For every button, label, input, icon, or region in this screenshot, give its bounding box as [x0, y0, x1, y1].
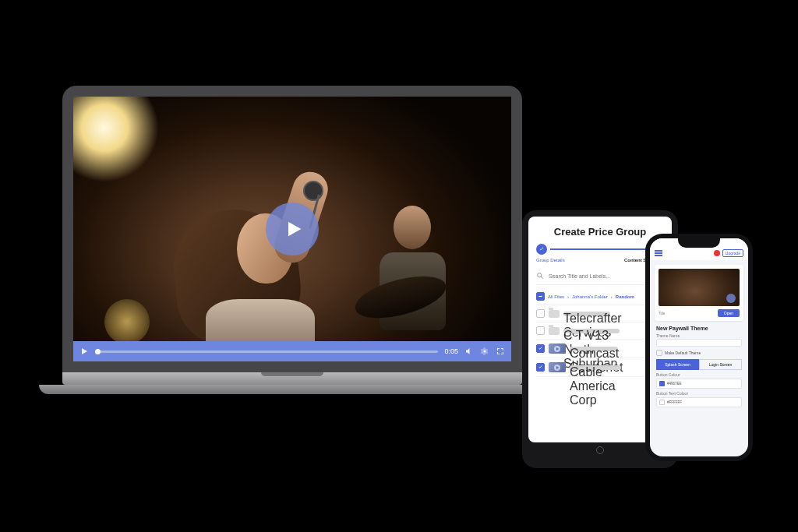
row-checkbox[interactable]	[536, 363, 545, 372]
theme-name-input[interactable]	[656, 339, 742, 347]
row-checkbox[interactable]	[536, 309, 545, 318]
svg-rect-4	[538, 296, 542, 297]
folder-icon	[549, 310, 560, 318]
row-checkbox[interactable]	[536, 344, 545, 353]
select-all-checkbox[interactable]	[536, 292, 545, 301]
crumb-mid[interactable]: Johanna's Folder	[572, 294, 608, 299]
colour-hex: #4967EE	[667, 382, 682, 386]
colour-hex: #FFFFFF	[667, 400, 682, 404]
video-player: 0:05	[73, 97, 511, 361]
button-colour-label: Button Colour	[656, 372, 742, 377]
menu-icon[interactable]	[655, 250, 662, 256]
screen-tabs: Splash Screen Login Screen	[656, 359, 742, 370]
step-1-label: Group Details	[536, 258, 565, 262]
row-label: Telecrafter Services	[563, 312, 610, 316]
guitarist	[369, 206, 455, 338]
laptop-base	[62, 372, 522, 385]
seek-bar[interactable]	[95, 351, 438, 353]
fullscreen-icon[interactable]	[496, 347, 505, 356]
card-title: Title	[659, 312, 665, 315]
crumb-leaf[interactable]: Random	[616, 294, 634, 299]
video-thumbnail	[549, 362, 566, 372]
preview-card: Title Open	[655, 265, 743, 321]
phone-mockup: Upgrade Title Open New Paywall Theme The…	[645, 234, 753, 461]
tablet-home-button[interactable]	[596, 446, 604, 454]
time-elapsed: 0:05	[444, 347, 458, 355]
stage-light	[73, 97, 159, 182]
svg-line-3	[541, 277, 543, 279]
row-label: Comcast Sportsnet	[570, 347, 618, 351]
notification-badge[interactable]	[714, 250, 720, 256]
video-preview[interactable]	[659, 269, 740, 306]
theme-name-label: Theme Name	[656, 333, 742, 338]
open-button[interactable]: Open	[718, 309, 740, 317]
play-button[interactable]	[266, 203, 319, 255]
button-colour-picker[interactable]: #4967EE	[656, 379, 742, 389]
colour-swatch	[659, 381, 665, 386]
button-text-colour-label: Button Text Colour	[656, 391, 742, 396]
row-label: C T V13 North Suburban	[563, 329, 620, 333]
tab-login[interactable]: Login Screen	[699, 359, 742, 370]
page-title: Create Price Group	[536, 226, 664, 238]
search-icon	[536, 272, 544, 280]
crumb-root[interactable]: All Files	[548, 294, 564, 299]
button-text-colour-picker[interactable]: #FFFFFF	[656, 397, 742, 407]
laptop-bezel: 0:05	[62, 86, 522, 372]
microphone-icon	[303, 181, 323, 201]
phone-screen: Upgrade Title Open New Paywall Theme The…	[650, 238, 748, 456]
player-controls: 0:05	[73, 341, 511, 361]
default-theme-label: Make Default Theme	[665, 351, 701, 355]
drum	[104, 299, 150, 344]
upgrade-button[interactable]: Upgrade	[722, 249, 743, 257]
play-icon	[726, 294, 736, 303]
tab-splash[interactable]: Splash Screen	[656, 359, 699, 370]
colour-swatch	[659, 400, 665, 405]
section-title: New Paywall Theme	[656, 326, 742, 331]
play-icon	[283, 218, 305, 240]
volume-icon[interactable]	[464, 347, 474, 356]
row-label: Cable America Corp	[570, 365, 621, 370]
phone-notch	[678, 238, 720, 248]
step-1-complete-icon[interactable]	[536, 244, 547, 255]
folder-icon	[549, 327, 560, 335]
video-thumbnail	[549, 344, 566, 354]
play-small-icon[interactable]	[79, 347, 89, 356]
default-theme-checkbox[interactable]	[656, 350, 662, 356]
svg-point-2	[538, 273, 542, 277]
row-checkbox[interactable]	[536, 326, 545, 335]
laptop-mockup: 0:05	[62, 86, 522, 385]
settings-icon[interactable]	[480, 347, 489, 356]
